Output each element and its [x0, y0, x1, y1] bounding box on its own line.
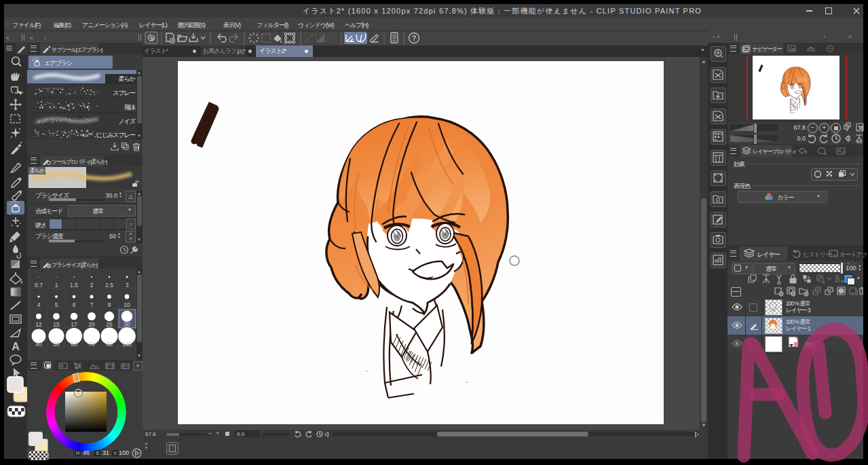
svg-text:A: A — [12, 341, 20, 352]
svg-text:?: ? — [412, 34, 417, 42]
svg-text:12: 12 — [35, 321, 42, 328]
svg-text:20: 20 — [88, 321, 95, 328]
svg-text:2.5: 2.5 — [105, 282, 113, 289]
svg-text:7: 7 — [90, 301, 94, 308]
svg-text:50: 50 — [53, 341, 60, 348]
svg-text:70: 70 — [88, 341, 95, 348]
svg-text:60: 60 — [71, 341, 77, 348]
svg-text:6: 6 — [73, 301, 76, 308]
svg-text:2: 2 — [90, 282, 94, 289]
svg-text:1.5: 1.5 — [70, 282, 78, 289]
svg-text:40: 40 — [35, 341, 42, 348]
svg-text:30: 30 — [124, 321, 130, 328]
svg-text:25: 25 — [106, 321, 113, 328]
svg-text:0.7: 0.7 — [35, 282, 43, 289]
svg-text:17: 17 — [71, 321, 77, 328]
svg-text:8: 8 — [108, 301, 111, 308]
svg-text:1: 1 — [55, 282, 58, 289]
svg-text:5: 5 — [55, 301, 58, 308]
svg-text:80: 80 — [106, 341, 113, 348]
svg-text:4: 4 — [37, 301, 41, 308]
svg-text:3: 3 — [126, 282, 129, 289]
svg-text:10: 10 — [124, 301, 130, 308]
svg-text:15: 15 — [53, 321, 60, 328]
svg-text:100: 100 — [122, 341, 132, 348]
